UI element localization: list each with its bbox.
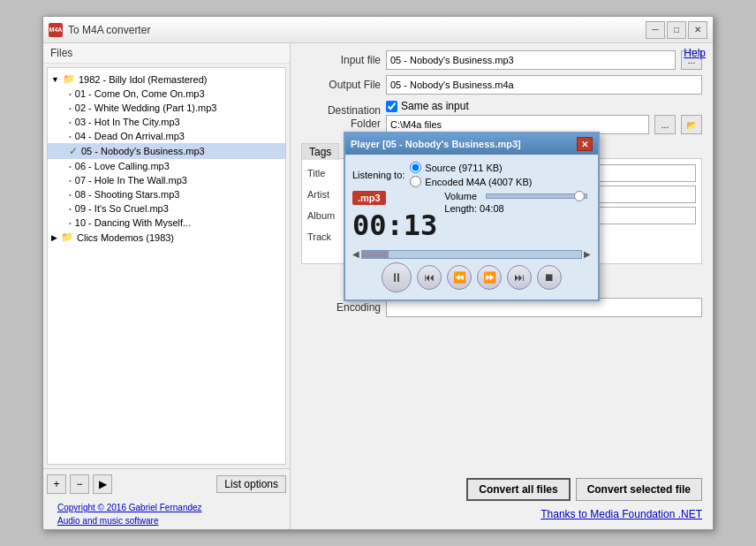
title-bar: M4A To M4A converter ─ □ ✕ [43,17,713,43]
maximize-button[interactable]: □ [667,21,686,39]
add-button[interactable]: + [47,474,66,494]
player-close-button[interactable]: ✕ [577,137,593,151]
player-radio-group: Source (9711 KB) Encoded M4A (4007 KB) [410,162,532,187]
destination-row: DestinationFolder Same as input ... 📂 [301,100,702,134]
encoding-label: Encoding [301,301,381,314]
bullet-icon: • [69,90,72,98]
output-file-label: Output File [301,79,381,91]
volume-slider[interactable] [486,193,587,199]
player-left: .mp3 00:13 [352,191,437,246]
list-item[interactable]: • 08 - Shooting Stars.mp3 [48,187,285,201]
encoded-label: Encoded M4A (4007 KB) [425,177,532,187]
list-item[interactable]: • 01 - Come On, Come On.mp3 [48,87,285,101]
player-main-row: .mp3 00:13 Volume Length: 04:0 [352,191,591,246]
thanks-section: Thanks to Media Foundation .NET [301,506,702,522]
folder-item-billy-idol[interactable]: ▼ 📁 1982 - Billy Idol (Remastered) [48,72,285,87]
tags-tab[interactable]: Tags [301,143,339,160]
destination-label: DestinationFolder [301,104,381,130]
same-as-input-label: Same as input [401,100,469,112]
bullet-icon: • [69,177,72,185]
copyright-section: Copyright © 2016 Gabriel Fernandez Audio… [43,499,290,529]
player-title: Player [05 - Nobody's Business.mp3] [351,139,521,149]
right-panel: Help Input file ... Output File Destinat… [291,43,713,529]
file-label: 07 - Hole In The Wall.mp3 [75,175,187,186]
title-bar-left: M4A To M4A converter [49,23,150,37]
bullet-icon: • [69,219,72,227]
list-item[interactable]: • 02 - White Wedding (Part 1).mp3 [48,101,285,115]
output-file-field[interactable] [386,75,702,95]
input-file-label: Input file [301,54,381,66]
folder-icon: 📁 [63,73,75,85]
output-file-row: Output File [301,75,702,95]
close-button[interactable]: ✕ [688,21,707,39]
seek-bar[interactable] [361,250,582,259]
list-item[interactable]: • 04 - Dead On Arrival.mp3 [48,129,285,143]
list-item[interactable]: • 06 - Love Calling.mp3 [48,159,285,173]
player-controls: ⏸ ⏮ ⏪ ⏩ ⏭ ⏹ [352,262,591,292]
dest-browse-btn[interactable]: ... [654,115,676,134]
prev-button[interactable]: ⏮ [417,265,442,290]
convert-all-button[interactable]: Convert all files [466,478,570,501]
player-right: Volume Length: 04:08 [444,191,591,217]
dest-open-btn[interactable]: 📂 [681,115,702,134]
rewind-button[interactable]: ⏪ [447,265,472,290]
file-label: 03 - Hot In The City.mp3 [75,117,180,127]
list-item[interactable]: • 10 - Dancing With Myself... [48,216,285,230]
file-label: 05 - Nobody's Business.mp3 [81,146,205,156]
file-label: 09 - It's So Cruel.mp3 [75,203,169,214]
files-header: Files [43,43,290,64]
left-panel: Files ▼ 📁 1982 - Billy Idol (Remastered)… [43,43,291,529]
stop-button[interactable]: ⏹ [537,265,562,290]
player-body: Listening to: Source (9711 KB) Encoded M… [345,155,598,300]
bullet-icon: • [69,163,72,171]
same-as-input-checkbox[interactable] [386,101,397,112]
copyright-link-2[interactable]: Audio and music software [50,514,283,527]
list-item[interactable]: • 09 - It's So Cruel.mp3 [48,201,285,216]
list-item-active[interactable]: ✓ 05 - Nobody's Business.mp3 [48,143,285,159]
folder-icon: 📁 [61,231,73,243]
copyright-link-1[interactable]: Copyright © 2016 Gabriel Fernandez [50,501,283,514]
bottom-controls: + − ▶ List options [43,468,290,499]
play-button[interactable]: ▶ [93,474,112,494]
listening-row: Listening to: Source (9711 KB) Encoded M… [352,162,591,187]
folder-label: 1982 - Billy Idol (Remastered) [79,74,208,85]
list-options-button[interactable]: List options [216,475,286,493]
encoded-radio[interactable] [410,176,421,187]
main-content: Files ▼ 📁 1982 - Billy Idol (Remastered)… [43,43,713,529]
list-item[interactable]: • 07 - Hole In The Wall.mp3 [48,173,285,187]
source-radio[interactable] [410,162,421,173]
seek-left-arrow[interactable]: ◀ [352,249,359,259]
file-label: 01 - Come On, Come On.mp3 [75,88,205,99]
encoded-radio-item: Encoded M4A (4007 KB) [410,176,532,187]
seek-progress [362,251,389,258]
file-tree: ▼ 📁 1982 - Billy Idol (Remastered) • 01 … [47,67,286,465]
file-label: 04 - Dead On Arrival.mp3 [75,131,185,141]
bullet-icon: • [69,104,72,112]
next-button[interactable]: ⏭ [507,265,532,290]
help-link[interactable]: Help [684,47,706,59]
window-controls: ─ □ ✕ [646,21,707,39]
window-title: To M4A converter [68,24,150,36]
listening-label: Listening to: [352,170,404,180]
thanks-link[interactable]: Thanks to Media Foundation .NET [541,508,702,520]
forward-button[interactable]: ⏩ [477,265,502,290]
pause-button[interactable]: ⏸ [382,262,412,292]
player-time: 00:13 [352,209,437,242]
file-label: 06 - Love Calling.mp3 [75,161,170,171]
seek-right-arrow[interactable]: ▶ [584,249,591,259]
convert-selected-button[interactable]: Convert selected file [576,478,702,501]
collapse-icon: ▼ [51,75,59,84]
bullet-icon: • [69,133,72,140]
input-file-field[interactable] [386,50,676,70]
folder-item-clics[interactable]: ▶ 📁 Clics Modemos (1983) [48,230,285,245]
remove-button[interactable]: − [70,474,89,494]
volume-slider-thumb [574,191,585,201]
folder-label: Clics Modemos (1983) [77,232,174,243]
main-window: M4A To M4A converter ─ □ ✕ Files ▼ 📁 198… [42,16,714,530]
source-radio-item: Source (9711 KB) [410,162,532,173]
list-item[interactable]: • 03 - Hot In The City.mp3 [48,115,285,129]
bullet-icon: • [69,205,72,213]
minimize-button[interactable]: ─ [646,21,665,39]
bottom-buttons: Convert all files Convert selected file [301,473,702,501]
app-icon: M4A [49,23,63,37]
